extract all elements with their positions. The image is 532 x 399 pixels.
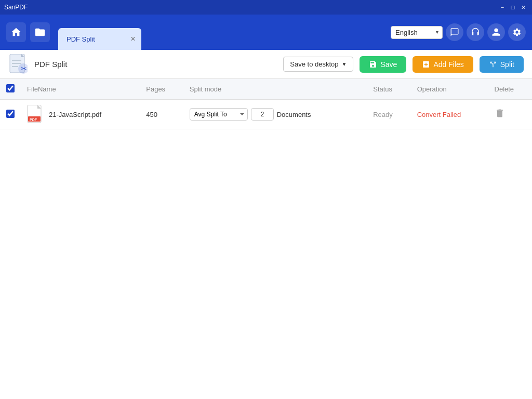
split-mode-select[interactable]: Avg Split To Split By Pages Split By Ran… <box>190 108 248 121</box>
header-pages: Pages <box>140 79 183 100</box>
chat-button[interactable] <box>446 23 463 41</box>
main-toolbar: ✂ PDF Split Save to desktop ▼ Save Add F… <box>0 50 532 79</box>
page-title: PDF Split <box>34 60 277 69</box>
status-badge: Ready <box>373 111 393 118</box>
headphone-button[interactable] <box>467 23 484 41</box>
table-body: PDF 21-JavaScript.pdf 450 Avg Split To S… <box>0 100 532 129</box>
header-operation: Operation <box>411 79 488 100</box>
settings-icon <box>512 28 522 37</box>
row-status-cell: Ready <box>367 100 410 129</box>
save-to-desktop-button[interactable]: Save to desktop ▼ <box>283 57 353 72</box>
save-to-desktop-label: Save to desktop <box>290 60 338 68</box>
chat-icon <box>450 28 459 37</box>
folder-icon <box>34 26 46 38</box>
svg-text:PDF: PDF <box>30 118 37 122</box>
header-checkbox-cell <box>0 79 21 100</box>
close-button[interactable]: ✕ <box>518 3 528 12</box>
home-icon <box>10 26 22 38</box>
file-table-area: FileName Pages Split mode Status Operati… <box>0 79 532 399</box>
account-button[interactable] <box>487 23 505 41</box>
split-icon <box>489 60 497 69</box>
table-header: FileName Pages Split mode Status Operati… <box>0 79 532 100</box>
dropdown-arrow-icon: ▼ <box>342 61 347 67</box>
row-split-mode-cell: Avg Split To Split By Pages Split By Ran… <box>183 100 367 129</box>
tab-area: PDF Split ✕ <box>54 15 387 50</box>
row-checkbox-cell <box>0 100 21 129</box>
file-icon: PDF <box>27 105 44 124</box>
settings-button[interactable] <box>508 23 526 41</box>
row-operation-cell: Convert Failed <box>411 100 488 129</box>
minimize-button[interactable]: − <box>498 3 507 12</box>
maximize-button[interactable]: □ <box>508 3 517 12</box>
navbar: PDF Split ✕ English Chinese Japanese Fre… <box>0 15 532 50</box>
trash-icon <box>495 108 505 118</box>
pdf-split-icon: ✂ <box>8 55 28 74</box>
tab-pdf-split[interactable]: PDF Split ✕ <box>58 28 141 50</box>
header-filename: FileName <box>21 79 140 100</box>
header-split-mode: Split mode <box>183 79 367 100</box>
svg-text:✂: ✂ <box>21 64 27 73</box>
split-button[interactable]: Split <box>480 56 524 73</box>
tab-close-button[interactable]: ✕ <box>129 35 137 43</box>
row-delete-cell <box>488 100 532 129</box>
delete-button[interactable] <box>495 111 505 120</box>
language-selector-wrapper: English Chinese Japanese French German <box>391 26 443 39</box>
add-files-button[interactable]: Add Files <box>413 56 473 73</box>
main-content: FileName Pages Split mode Status Operati… <box>0 79 532 399</box>
row-checkbox[interactable] <box>6 110 15 118</box>
operation-label: Convert Failed <box>417 111 461 118</box>
window-controls: − □ ✕ <box>498 3 528 12</box>
headphone-icon <box>471 28 480 37</box>
save-button[interactable]: Save <box>360 56 406 73</box>
save-icon <box>369 60 377 69</box>
row-filename: 21-JavaScript.pdf <box>49 111 101 118</box>
language-select[interactable]: English Chinese Japanese French German <box>391 26 443 39</box>
row-filename-cell: PDF 21-JavaScript.pdf <box>21 100 140 129</box>
titlebar: SanPDF − □ ✕ <box>0 0 532 15</box>
save-label: Save <box>380 60 397 69</box>
select-all-checkbox[interactable] <box>6 84 15 92</box>
split-mode-controls: Avg Split To Split By Pages Split By Ran… <box>190 108 361 121</box>
add-files-icon <box>422 60 430 69</box>
row-pages: 450 <box>140 100 183 129</box>
navbar-right: English Chinese Japanese French German <box>391 23 526 41</box>
account-icon <box>491 28 501 37</box>
header-delete: Delete <box>488 79 532 100</box>
add-files-label: Add Files <box>433 60 463 69</box>
split-count-input[interactable] <box>251 108 274 121</box>
tab-label: PDF Split <box>66 35 95 43</box>
split-unit-label: Documents <box>277 111 311 118</box>
open-folder-button[interactable] <box>30 22 50 42</box>
file-table: FileName Pages Split mode Status Operati… <box>0 79 532 129</box>
pdf-icon-svg: PDF <box>27 105 44 124</box>
home-button[interactable] <box>6 22 26 42</box>
app-title: SanPDF <box>4 4 498 11</box>
split-label: Split <box>500 60 514 69</box>
pdf-document-icon: ✂ <box>9 54 28 75</box>
save-to-desktop-wrapper: Save to desktop ▼ <box>283 57 353 72</box>
header-status: Status <box>367 79 410 100</box>
table-row: PDF 21-JavaScript.pdf 450 Avg Split To S… <box>0 100 532 129</box>
